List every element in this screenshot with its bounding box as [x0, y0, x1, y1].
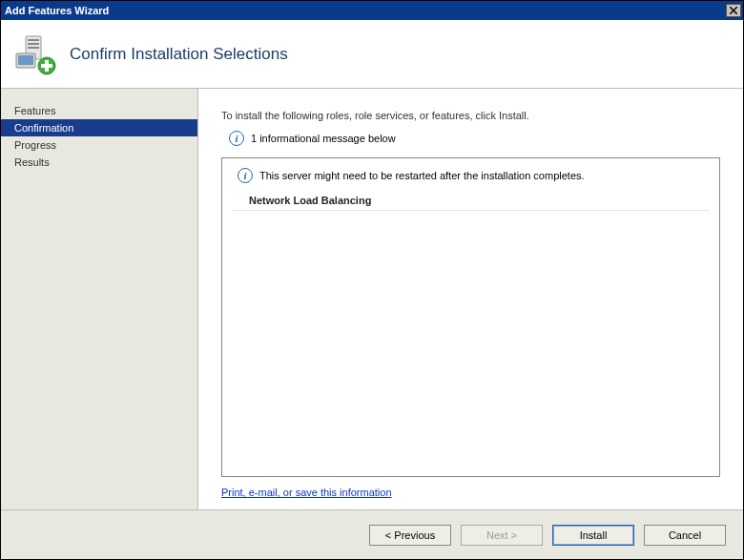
- svg-rect-5: [28, 47, 39, 49]
- footer: < Previous Next > Install Cancel: [1, 509, 743, 559]
- install-button[interactable]: Install: [552, 525, 634, 546]
- sidebar-item-features[interactable]: Features: [1, 102, 197, 119]
- cancel-button[interactable]: Cancel: [644, 525, 726, 546]
- print-email-save-link[interactable]: Print, e-mail, or save this information: [221, 487, 392, 498]
- restart-warning-row: i This server might need to be restarted…: [232, 168, 710, 183]
- close-button[interactable]: [726, 4, 741, 17]
- info-message-text: 1 informational message below: [251, 133, 396, 144]
- header-section: Confirm Installation Selections: [1, 20, 743, 89]
- sidebar-item-confirmation[interactable]: Confirmation: [1, 119, 197, 136]
- next-button: Next >: [461, 525, 543, 546]
- selected-feature: Network Load Balancing: [232, 193, 710, 211]
- info-message-row: i 1 informational message below: [221, 131, 720, 146]
- sidebar: Features Confirmation Progress Results: [1, 89, 197, 509]
- info-icon: i: [238, 168, 253, 183]
- svg-rect-10: [41, 64, 52, 68]
- main-panel: To install the following roles, role ser…: [197, 89, 743, 509]
- page-title: Confirm Installation Selections: [70, 45, 288, 64]
- close-icon: [730, 7, 737, 14]
- instruction-text: To install the following roles, role ser…: [221, 110, 720, 121]
- sidebar-item-results[interactable]: Results: [1, 154, 197, 171]
- wizard-window: Add Features Wizard Confirm Installation…: [0, 0, 744, 560]
- link-row: Print, e-mail, or save this information: [221, 487, 720, 498]
- titlebar: Add Features Wizard: [1, 1, 743, 20]
- previous-button[interactable]: < Previous: [369, 525, 451, 546]
- content-box: i This server might need to be restarted…: [221, 157, 720, 477]
- restart-warning-text: This server might need to be restarted a…: [259, 170, 585, 181]
- svg-rect-7: [18, 55, 33, 65]
- sidebar-item-progress[interactable]: Progress: [1, 136, 197, 154]
- wizard-icon: [14, 32, 58, 76]
- svg-rect-3: [28, 39, 39, 41]
- window-title: Add Features Wizard: [5, 5, 726, 16]
- body-section: Features Confirmation Progress Results T…: [1, 89, 743, 509]
- info-icon: i: [229, 131, 244, 146]
- svg-rect-4: [28, 43, 39, 45]
